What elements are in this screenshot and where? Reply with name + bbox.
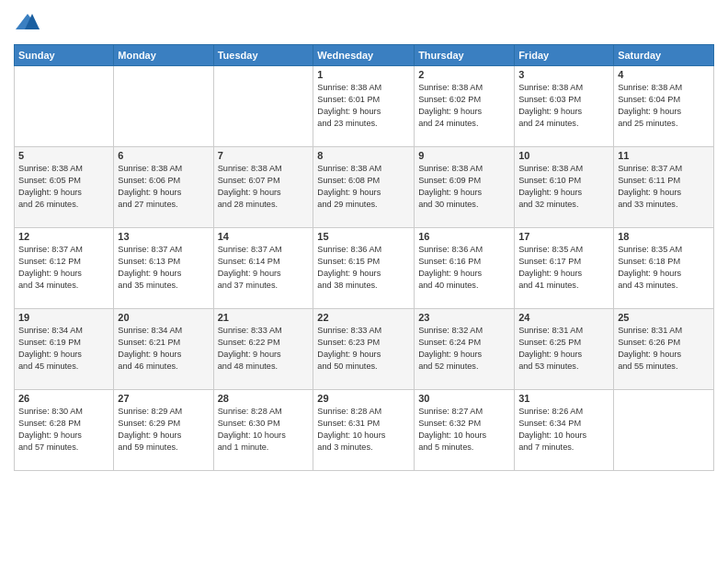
day-info: Sunrise: 8:38 AM Sunset: 6:01 PM Dayligh… [317, 82, 410, 130]
weekday-header-tuesday: Tuesday [213, 45, 313, 66]
day-number: 25 [618, 312, 710, 323]
calendar-cell: 23Sunrise: 8:32 AM Sunset: 6:24 PM Dayli… [415, 309, 515, 390]
day-info: Sunrise: 8:34 AM Sunset: 6:19 PM Dayligh… [18, 325, 109, 373]
page: SundayMondayTuesdayWednesdayThursdayFrid… [0, 0, 728, 563]
calendar-cell [614, 390, 714, 471]
calendar-cell: 22Sunrise: 8:33 AM Sunset: 6:23 PM Dayli… [313, 309, 415, 390]
day-number: 29 [317, 393, 410, 404]
day-number: 12 [18, 231, 109, 242]
day-info: Sunrise: 8:35 AM Sunset: 6:18 PM Dayligh… [618, 244, 710, 292]
calendar-cell: 7Sunrise: 8:38 AM Sunset: 6:07 PM Daylig… [213, 147, 313, 228]
calendar-week-row: 26Sunrise: 8:30 AM Sunset: 6:28 PM Dayli… [15, 390, 714, 471]
logo-icon [14, 9, 41, 37]
calendar-cell: 18Sunrise: 8:35 AM Sunset: 6:18 PM Dayli… [614, 228, 714, 309]
day-number: 11 [618, 150, 710, 161]
day-number: 22 [317, 312, 410, 323]
day-info: Sunrise: 8:37 AM Sunset: 6:11 PM Dayligh… [618, 163, 710, 211]
calendar-cell [114, 66, 213, 147]
day-info: Sunrise: 8:36 AM Sunset: 6:16 PM Dayligh… [418, 244, 510, 292]
day-number: 5 [18, 150, 109, 161]
calendar-cell: 13Sunrise: 8:37 AM Sunset: 6:13 PM Dayli… [114, 228, 213, 309]
day-number: 24 [518, 312, 609, 323]
day-number: 4 [618, 69, 710, 80]
header [14, 9, 714, 37]
weekday-header-saturday: Saturday [614, 45, 714, 66]
day-info: Sunrise: 8:38 AM Sunset: 6:06 PM Dayligh… [118, 163, 209, 211]
day-info: Sunrise: 8:26 AM Sunset: 6:34 PM Dayligh… [518, 406, 609, 454]
calendar-week-row: 1Sunrise: 8:38 AM Sunset: 6:01 PM Daylig… [15, 66, 714, 147]
day-info: Sunrise: 8:30 AM Sunset: 6:28 PM Dayligh… [18, 406, 109, 454]
day-info: Sunrise: 8:33 AM Sunset: 6:23 PM Dayligh… [317, 325, 410, 373]
calendar-cell: 1Sunrise: 8:38 AM Sunset: 6:01 PM Daylig… [313, 66, 415, 147]
day-info: Sunrise: 8:29 AM Sunset: 6:29 PM Dayligh… [118, 406, 209, 454]
day-info: Sunrise: 8:28 AM Sunset: 6:31 PM Dayligh… [317, 406, 410, 454]
day-number: 9 [418, 150, 510, 161]
day-number: 30 [418, 393, 510, 404]
day-info: Sunrise: 8:38 AM Sunset: 6:10 PM Dayligh… [518, 163, 609, 211]
calendar-cell: 30Sunrise: 8:27 AM Sunset: 6:32 PM Dayli… [415, 390, 515, 471]
calendar-cell: 3Sunrise: 8:38 AM Sunset: 6:03 PM Daylig… [515, 66, 614, 147]
calendar-cell: 16Sunrise: 8:36 AM Sunset: 6:16 PM Dayli… [415, 228, 515, 309]
weekday-header-wednesday: Wednesday [313, 45, 415, 66]
day-info: Sunrise: 8:38 AM Sunset: 6:02 PM Dayligh… [418, 82, 510, 130]
calendar-cell: 20Sunrise: 8:34 AM Sunset: 6:21 PM Dayli… [114, 309, 213, 390]
calendar-cell: 31Sunrise: 8:26 AM Sunset: 6:34 PM Dayli… [515, 390, 614, 471]
calendar-cell: 21Sunrise: 8:33 AM Sunset: 6:22 PM Dayli… [213, 309, 313, 390]
day-number: 13 [118, 231, 209, 242]
day-info: Sunrise: 8:38 AM Sunset: 6:08 PM Dayligh… [317, 163, 410, 211]
day-number: 10 [518, 150, 609, 161]
day-info: Sunrise: 8:38 AM Sunset: 6:09 PM Dayligh… [418, 163, 510, 211]
weekday-header-monday: Monday [114, 45, 213, 66]
day-info: Sunrise: 8:38 AM Sunset: 6:04 PM Dayligh… [618, 82, 710, 130]
day-number: 2 [418, 69, 510, 80]
day-info: Sunrise: 8:38 AM Sunset: 6:07 PM Dayligh… [218, 163, 310, 211]
weekday-header-row: SundayMondayTuesdayWednesdayThursdayFrid… [15, 45, 714, 66]
day-number: 26 [18, 393, 109, 404]
day-info: Sunrise: 8:38 AM Sunset: 6:05 PM Dayligh… [18, 163, 109, 211]
calendar-cell: 14Sunrise: 8:37 AM Sunset: 6:14 PM Dayli… [213, 228, 313, 309]
day-info: Sunrise: 8:31 AM Sunset: 6:26 PM Dayligh… [618, 325, 710, 373]
calendar-cell: 11Sunrise: 8:37 AM Sunset: 6:11 PM Dayli… [614, 147, 714, 228]
weekday-header-friday: Friday [515, 45, 614, 66]
weekday-header-thursday: Thursday [415, 45, 515, 66]
day-info: Sunrise: 8:35 AM Sunset: 6:17 PM Dayligh… [518, 244, 609, 292]
day-info: Sunrise: 8:28 AM Sunset: 6:30 PM Dayligh… [218, 406, 310, 454]
calendar-cell: 29Sunrise: 8:28 AM Sunset: 6:31 PM Dayli… [313, 390, 415, 471]
calendar-week-row: 12Sunrise: 8:37 AM Sunset: 6:12 PM Dayli… [15, 228, 714, 309]
day-number: 3 [518, 69, 609, 80]
calendar-week-row: 5Sunrise: 8:38 AM Sunset: 6:05 PM Daylig… [15, 147, 714, 228]
calendar-cell: 19Sunrise: 8:34 AM Sunset: 6:19 PM Dayli… [15, 309, 114, 390]
day-number: 23 [418, 312, 510, 323]
day-info: Sunrise: 8:34 AM Sunset: 6:21 PM Dayligh… [118, 325, 209, 373]
calendar-cell: 17Sunrise: 8:35 AM Sunset: 6:17 PM Dayli… [515, 228, 614, 309]
calendar-cell: 2Sunrise: 8:38 AM Sunset: 6:02 PM Daylig… [415, 66, 515, 147]
day-info: Sunrise: 8:32 AM Sunset: 6:24 PM Dayligh… [418, 325, 510, 373]
logo [14, 9, 45, 37]
calendar-cell: 5Sunrise: 8:38 AM Sunset: 6:05 PM Daylig… [15, 147, 114, 228]
day-number: 8 [317, 150, 410, 161]
calendar-cell [15, 66, 114, 147]
day-number: 16 [418, 231, 510, 242]
day-info: Sunrise: 8:38 AM Sunset: 6:03 PM Dayligh… [518, 82, 609, 130]
day-info: Sunrise: 8:36 AM Sunset: 6:15 PM Dayligh… [317, 244, 410, 292]
day-number: 21 [218, 312, 310, 323]
day-number: 28 [218, 393, 310, 404]
calendar-table: SundayMondayTuesdayWednesdayThursdayFrid… [14, 44, 714, 471]
day-number: 1 [317, 69, 410, 80]
calendar-cell: 10Sunrise: 8:38 AM Sunset: 6:10 PM Dayli… [515, 147, 614, 228]
day-info: Sunrise: 8:37 AM Sunset: 6:13 PM Dayligh… [118, 244, 209, 292]
day-info: Sunrise: 8:37 AM Sunset: 6:14 PM Dayligh… [218, 244, 310, 292]
calendar-cell: 27Sunrise: 8:29 AM Sunset: 6:29 PM Dayli… [114, 390, 213, 471]
calendar-cell: 12Sunrise: 8:37 AM Sunset: 6:12 PM Dayli… [15, 228, 114, 309]
day-info: Sunrise: 8:31 AM Sunset: 6:25 PM Dayligh… [518, 325, 609, 373]
calendar-cell: 28Sunrise: 8:28 AM Sunset: 6:30 PM Dayli… [213, 390, 313, 471]
day-number: 19 [18, 312, 109, 323]
day-number: 7 [218, 150, 310, 161]
calendar-cell: 15Sunrise: 8:36 AM Sunset: 6:15 PM Dayli… [313, 228, 415, 309]
calendar-week-row: 19Sunrise: 8:34 AM Sunset: 6:19 PM Dayli… [15, 309, 714, 390]
day-info: Sunrise: 8:33 AM Sunset: 6:22 PM Dayligh… [218, 325, 310, 373]
day-number: 6 [118, 150, 209, 161]
calendar-cell: 8Sunrise: 8:38 AM Sunset: 6:08 PM Daylig… [313, 147, 415, 228]
day-number: 31 [518, 393, 609, 404]
day-number: 15 [317, 231, 410, 242]
